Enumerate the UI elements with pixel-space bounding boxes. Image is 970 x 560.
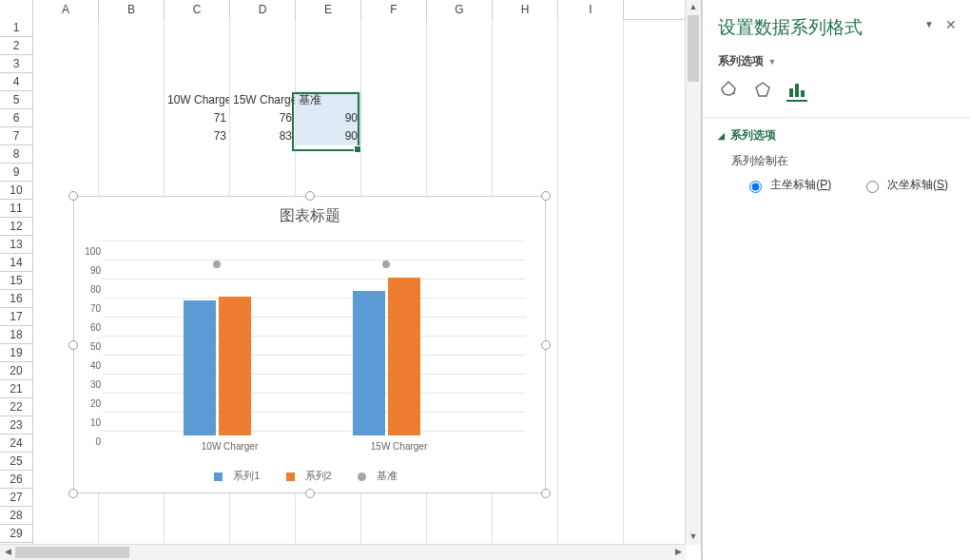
- cell-I19[interactable]: [558, 344, 624, 363]
- cell-I8[interactable]: [558, 145, 624, 164]
- marker-baseline[interactable]: [213, 261, 221, 268]
- scroll-down-icon[interactable]: ▼: [686, 530, 701, 545]
- row-header[interactable]: 8: [0, 145, 33, 164]
- col-header[interactable]: F: [361, 0, 427, 19]
- cell-B4[interactable]: [99, 73, 165, 92]
- cell-E3[interactable]: [296, 55, 361, 74]
- col-header[interactable]: C: [165, 0, 230, 19]
- cell-H9[interactable]: [493, 164, 558, 183]
- cell-I23[interactable]: [558, 416, 624, 435]
- cell-D9[interactable]: [230, 164, 296, 183]
- cell-H8[interactable]: [493, 145, 558, 164]
- cell-A4[interactable]: [33, 73, 99, 92]
- secondary-axis-radio[interactable]: 次坐标轴(S): [835, 178, 948, 191]
- col-header[interactable]: A: [33, 0, 99, 19]
- cell-I5[interactable]: [558, 91, 624, 110]
- bar-series1[interactable]: [184, 300, 216, 435]
- row-header[interactable]: 11: [0, 200, 33, 218]
- scrollbar-thumb[interactable]: [15, 547, 129, 558]
- row-header[interactable]: 23: [0, 416, 33, 434]
- cell-B8[interactable]: [99, 145, 165, 164]
- bar-series2[interactable]: [388, 278, 420, 435]
- row-header[interactable]: 26: [0, 471, 33, 489]
- cell-D3[interactable]: [230, 55, 296, 74]
- cell-I13[interactable]: [558, 236, 624, 255]
- cell-E2[interactable]: [296, 37, 361, 56]
- cell-E1[interactable]: [296, 19, 361, 38]
- cell-F7[interactable]: [361, 127, 427, 146]
- cell-I16[interactable]: [558, 290, 624, 309]
- primary-axis-radio[interactable]: 主坐标轴(P): [718, 178, 835, 191]
- cell-C1[interactable]: [165, 19, 230, 38]
- row-header[interactable]: 6: [0, 109, 33, 127]
- cell-H1[interactable]: [493, 19, 558, 38]
- scroll-left-icon[interactable]: ◀: [0, 545, 15, 560]
- vertical-scrollbar[interactable]: ▲ ▼: [685, 0, 701, 545]
- cell-G28[interactable]: [427, 507, 493, 526]
- cell-D2[interactable]: [230, 37, 296, 56]
- cell-D6[interactable]: 76: [230, 109, 296, 128]
- scroll-right-icon[interactable]: ▶: [670, 545, 686, 560]
- cell-A3[interactable]: [33, 55, 99, 74]
- cell-B7[interactable]: [99, 127, 165, 146]
- chart-title[interactable]: 图表标题: [74, 206, 545, 226]
- cell-A6[interactable]: [33, 109, 99, 128]
- cell-I17[interactable]: [558, 308, 624, 327]
- cell-I9[interactable]: [558, 164, 624, 183]
- cell-G5[interactable]: [427, 91, 493, 110]
- cell-A28[interactable]: [33, 507, 99, 526]
- cell-C8[interactable]: [165, 145, 230, 164]
- row-header[interactable]: 17: [0, 308, 33, 326]
- cell-D28[interactable]: [230, 507, 296, 526]
- embedded-chart[interactable]: 图表标题 0102030405060708090100 10W Charger1…: [73, 196, 546, 493]
- cell-I1[interactable]: [558, 19, 624, 38]
- cell-I26[interactable]: [558, 471, 624, 490]
- cell-G8[interactable]: [427, 145, 493, 164]
- row-header[interactable]: 14: [0, 254, 33, 272]
- row-header[interactable]: 15: [0, 272, 33, 290]
- row-header[interactable]: 27: [0, 489, 33, 507]
- pane-subhead[interactable]: 系列选项 ▼: [718, 53, 955, 69]
- cell-B9[interactable]: [99, 164, 165, 183]
- cell-I15[interactable]: [558, 272, 624, 291]
- cell-E9[interactable]: [296, 164, 361, 183]
- row-header[interactable]: 19: [0, 344, 33, 362]
- cell-I18[interactable]: [558, 326, 624, 345]
- bar-series1[interactable]: [353, 291, 385, 435]
- row-header[interactable]: 18: [0, 326, 33, 344]
- col-header[interactable]: H: [493, 0, 558, 19]
- cell-I7[interactable]: [558, 127, 624, 146]
- cell-H29[interactable]: [493, 525, 558, 544]
- cell-I6[interactable]: [558, 109, 624, 128]
- cell-E7[interactable]: 90: [296, 127, 361, 146]
- cell-F2[interactable]: [361, 37, 427, 56]
- cell-D4[interactable]: [230, 73, 296, 92]
- row-header[interactable]: 21: [0, 380, 33, 398]
- cell-G2[interactable]: [427, 37, 493, 56]
- cell-C3[interactable]: [165, 55, 230, 74]
- cell-G6[interactable]: [427, 109, 493, 128]
- cell-D8[interactable]: [230, 145, 296, 164]
- cell-F9[interactable]: [361, 164, 427, 183]
- cell-A7[interactable]: [33, 127, 99, 146]
- cell-I2[interactable]: [558, 37, 624, 56]
- cell-F3[interactable]: [361, 55, 427, 74]
- cell-H4[interactable]: [493, 73, 558, 92]
- cell-G1[interactable]: [427, 19, 493, 38]
- cell-G29[interactable]: [427, 525, 493, 544]
- cell-I29[interactable]: [558, 525, 624, 544]
- fill-line-tab-icon[interactable]: [718, 79, 739, 100]
- close-icon[interactable]: ✕: [945, 17, 957, 32]
- row-header[interactable]: 20: [0, 362, 33, 380]
- row-header[interactable]: 7: [0, 127, 33, 145]
- bar-series2[interactable]: [219, 297, 251, 435]
- row-header[interactable]: 10: [0, 182, 33, 200]
- effects-tab-icon[interactable]: [752, 79, 773, 100]
- cell-F1[interactable]: [361, 19, 427, 38]
- row-header[interactable]: 9: [0, 164, 33, 182]
- horizontal-scrollbar[interactable]: ◀ ▶: [0, 544, 686, 560]
- cell-F6[interactable]: [361, 109, 427, 128]
- cell-E29[interactable]: [296, 525, 361, 544]
- cell-B29[interactable]: [99, 525, 165, 544]
- col-header[interactable]: D: [230, 0, 296, 19]
